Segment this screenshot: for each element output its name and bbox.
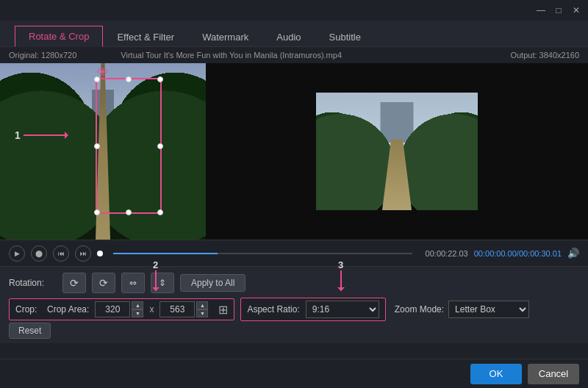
aspect-label: Aspect Ratio: bbox=[247, 304, 299, 315]
crop-overlay[interactable] bbox=[96, 78, 162, 214]
minimize-button[interactable]: — bbox=[535, 4, 547, 16]
crop-area-label: Crop Area: bbox=[47, 304, 89, 315]
video-preview-right bbox=[206, 63, 588, 240]
zoom-mode-group: Zoom Mode: Letter Box Pan & Scan Full bbox=[395, 301, 529, 318]
crop-handle-tr[interactable] bbox=[157, 76, 163, 82]
annotation-2: 2 bbox=[153, 259, 158, 291]
output-resolution: Output: 3840x2160 bbox=[510, 51, 579, 60]
tab-effect-filter[interactable]: Effect & Filter bbox=[103, 26, 188, 47]
video-preview-left: 👁 1 bbox=[0, 63, 206, 240]
rotation-label: Rotation: bbox=[9, 278, 57, 288]
height-input[interactable] bbox=[159, 301, 195, 317]
crop-handle-bl[interactable] bbox=[94, 209, 100, 215]
skip-next-icon: ⏭ bbox=[80, 250, 87, 257]
crop-handle-rc[interactable] bbox=[157, 143, 163, 149]
skip-next-button[interactable]: ⏭ bbox=[75, 245, 91, 262]
annotation-3-label: 3 bbox=[338, 259, 343, 270]
skip-prev-button[interactable]: ⏮ bbox=[53, 245, 69, 262]
annotation-3: 3 bbox=[338, 259, 343, 291]
rotate-cw-button[interactable]: ⟳ bbox=[92, 273, 115, 293]
annotation-3-arrow bbox=[340, 270, 342, 291]
cancel-button[interactable]: Cancel bbox=[528, 364, 579, 384]
video-area: 👁 1 bbox=[0, 63, 588, 240]
bottom-bar: OK Cancel bbox=[0, 359, 588, 388]
original-resolution: Original: 1280x720 bbox=[9, 51, 76, 60]
tab-audio[interactable]: Audio bbox=[262, 26, 315, 47]
title-bar: — □ ✕ bbox=[0, 0, 588, 21]
crop-handle-lc[interactable] bbox=[94, 143, 100, 149]
reset-row: Reset bbox=[9, 323, 579, 339]
volume-icon[interactable]: 🔊 bbox=[567, 248, 579, 259]
zoom-mode-select[interactable]: Letter Box Pan & Scan Full bbox=[448, 301, 529, 318]
playback-bar: ▶ ⬤ ⏮ ⏭ 00:00:22.03 00:00:00.00/00:00:30… bbox=[0, 240, 588, 266]
crop-handle-tl[interactable] bbox=[94, 76, 100, 82]
height-down-button[interactable]: ▼ bbox=[196, 309, 208, 317]
aspect-ratio-select[interactable]: 9:16 16:9 4:3 1:1 Custom bbox=[306, 301, 379, 318]
width-input-group: ▲ ▼ bbox=[95, 301, 143, 317]
rotate-cw-icon: ⟳ bbox=[99, 277, 108, 289]
tabs-bar: Rotate & Crop Effect & Filter Watermark … bbox=[0, 21, 588, 47]
right-scene bbox=[316, 93, 478, 210]
annotation-1-label: 1 bbox=[15, 129, 21, 141]
flip-h-icon: ⇔ bbox=[129, 278, 137, 288]
reset-button[interactable]: Reset bbox=[9, 323, 51, 339]
skip-prev-icon: ⏮ bbox=[58, 250, 65, 257]
rotate-ccw-button[interactable]: ⟲ bbox=[62, 273, 86, 293]
height-input-group: ▲ ▼ bbox=[159, 301, 208, 317]
crop-label: Crop: bbox=[15, 304, 41, 315]
zoom-label: Zoom Mode: bbox=[395, 304, 444, 315]
pause-icon: ⬤ bbox=[35, 250, 43, 257]
time-display: 00:00:00.00/00:00:30.01 bbox=[474, 249, 562, 258]
annotation-2-label: 2 bbox=[153, 259, 158, 270]
controls-section: Rotation: ⟲ ⟳ ⇔ ⇕ Apply to All Crop: Cro… bbox=[0, 266, 588, 343]
progress-fill bbox=[113, 253, 218, 254]
current-time: 00:00:22.03 bbox=[426, 249, 468, 258]
rotate-ccw-icon: ⟲ bbox=[70, 277, 79, 289]
maximize-button[interactable]: □ bbox=[553, 4, 564, 16]
annotation-1-arrow bbox=[24, 134, 68, 136]
tab-rotate-crop[interactable]: Rotate & Crop bbox=[15, 26, 103, 47]
x-separator: x bbox=[149, 304, 154, 315]
tab-watermark[interactable]: Watermark bbox=[188, 26, 262, 47]
progress-dot bbox=[97, 251, 103, 256]
width-down-button[interactable]: ▼ bbox=[132, 309, 143, 317]
info-bar: Original: 1280x720 Virtual Tour It's Mor… bbox=[0, 47, 588, 63]
annotation-2-arrow bbox=[155, 270, 157, 291]
crop-aspect-container: Crop: Crop Area: ▲ ▼ x ▲ ▼ ⊞ Aspect Ra bbox=[9, 298, 579, 321]
ok-button[interactable]: OK bbox=[470, 364, 522, 384]
close-button[interactable]: ✕ bbox=[570, 4, 582, 16]
crop-handle-br[interactable] bbox=[157, 209, 163, 215]
flip-h-button[interactable]: ⇔ bbox=[121, 273, 145, 293]
rotation-row: Rotation: ⟲ ⟳ ⇔ ⇕ Apply to All bbox=[9, 273, 579, 293]
crop-handle-tc[interactable] bbox=[126, 76, 132, 82]
filename: Virtual Tour It's More Fun with You in M… bbox=[121, 51, 342, 60]
flip-v-icon: ⇕ bbox=[159, 278, 166, 288]
width-input[interactable] bbox=[95, 301, 130, 317]
pause-button[interactable]: ⬤ bbox=[31, 245, 47, 262]
height-spinners: ▲ ▼ bbox=[196, 301, 208, 317]
apply-all-button[interactable]: Apply to All bbox=[180, 274, 245, 292]
width-spinners: ▲ ▼ bbox=[132, 301, 143, 317]
aspect-ratio-group: Aspect Ratio: 9:16 16:9 4:3 1:1 Custom bbox=[240, 298, 385, 321]
height-up-button[interactable]: ▲ bbox=[196, 301, 208, 309]
crop-area-group: Crop: Crop Area: ▲ ▼ x ▲ ▼ ⊞ bbox=[9, 298, 234, 320]
play-button[interactable]: ▶ bbox=[9, 245, 25, 262]
center-crop-icon[interactable]: ⊞ bbox=[218, 303, 228, 317]
crop-handle-bc[interactable] bbox=[126, 209, 132, 215]
tab-subtitle[interactable]: Subtitle bbox=[315, 26, 375, 47]
progress-track[interactable] bbox=[113, 253, 412, 254]
width-up-button[interactable]: ▲ bbox=[132, 301, 143, 309]
play-icon: ▶ bbox=[15, 250, 20, 257]
annotation-1: 1 bbox=[15, 129, 68, 141]
